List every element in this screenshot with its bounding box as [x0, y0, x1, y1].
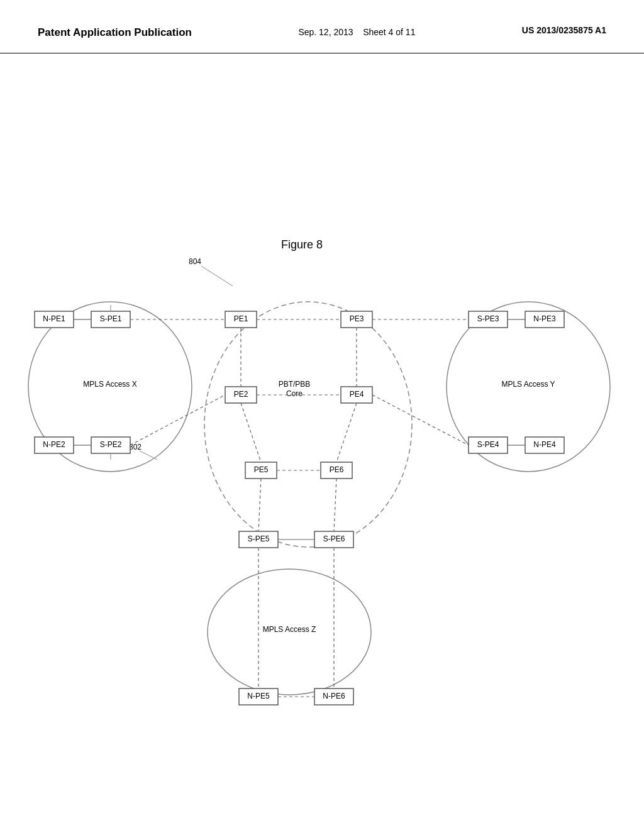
pe5-label: PE5 — [254, 465, 269, 474]
pbt-core-boundary — [204, 302, 412, 547]
annotation-802-line — [140, 451, 157, 460]
diagram-area: Figure 8 804 802 MPLS Access X MPLS Acce… — [0, 53, 644, 795]
line-pe6-spe6 — [334, 479, 336, 531]
header-sheet: Sheet 4 of 11 — [363, 27, 415, 37]
pe4-label: PE4 — [350, 390, 364, 399]
figure-label: Figure 8 — [281, 238, 323, 251]
pe3-label: PE3 — [350, 314, 364, 323]
spe3-label: S-PE3 — [477, 314, 499, 323]
page-header: Patent Application Publication Sep. 12, … — [0, 0, 644, 53]
spe1-label: S-PE1 — [100, 314, 122, 323]
mpls-access-x-label: MPLS Access X — [83, 380, 136, 389]
npe6-label: N-PE6 — [323, 692, 345, 700]
header-patent-number: US 2013/0235875 A1 — [522, 25, 606, 35]
header-date: Sep. 12, 2013 — [298, 27, 353, 37]
npe1-label: N-PE1 — [43, 314, 65, 323]
npe2-label: N-PE2 — [43, 440, 65, 449]
line-pe4-spe4 — [372, 395, 469, 445]
mpls-access-z-label: MPLS Access Z — [263, 625, 316, 634]
npe5-label: N-PE5 — [247, 692, 270, 700]
npe3-label: N-PE3 — [533, 314, 556, 323]
annotation-804-line — [201, 266, 233, 286]
header-publication-label: Patent Application Publication — [38, 25, 192, 40]
spe5-label: S-PE5 — [248, 534, 270, 543]
pe6-label: PE6 — [330, 465, 344, 474]
pe2-label: PE2 — [234, 390, 248, 399]
line-pe4-pe6 — [336, 403, 357, 462]
header-date-sheet: Sep. 12, 2013 Sheet 4 of 11 — [298, 25, 415, 39]
npe4-label: N-PE4 — [533, 440, 556, 449]
spe6-label: S-PE6 — [323, 534, 345, 543]
spe2-label: S-PE2 — [100, 440, 122, 449]
line-pe2-pe5 — [241, 403, 261, 462]
annotation-802: 802 — [129, 443, 142, 451]
line-spe2-pe2 — [130, 395, 225, 445]
pbt-core-label: PBT/PBB — [279, 380, 311, 389]
pe1-label: PE1 — [234, 314, 248, 323]
spe4-label: S-PE4 — [477, 440, 499, 449]
figure-8-diagram: Figure 8 804 802 MPLS Access X MPLS Acce… — [0, 53, 644, 795]
line-pe5-spe5 — [258, 479, 261, 531]
annotation-804: 804 — [189, 257, 201, 266]
mpls-access-y-label: MPLS Access Y — [501, 380, 555, 389]
pbt-core-label2: Core — [286, 389, 303, 398]
